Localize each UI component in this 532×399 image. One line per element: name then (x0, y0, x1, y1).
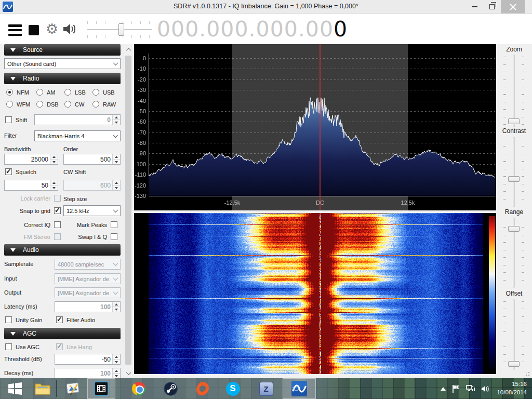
filter-dropdown[interactable]: Blackman-Harris 4 (34, 130, 121, 141)
spin-up-icon[interactable] (50, 180, 58, 185)
taskbar-clock[interactable]: 15:16 10/08/2014 (488, 380, 530, 397)
action-center-button[interactable] (449, 384, 463, 393)
network-button[interactable] (463, 384, 478, 393)
radio-button[interactable] (6, 101, 13, 108)
settings-gear-button[interactable]: ⚙ (44, 20, 60, 38)
tray-expand-button[interactable] (437, 387, 449, 391)
snap-to-grid-row[interactable]: Snap to grid (20, 207, 61, 214)
audio-panel-header[interactable]: Audio (4, 244, 121, 256)
radio-button[interactable] (36, 101, 43, 108)
taskbar-zadig[interactable]: Z (252, 378, 280, 399)
shift-checkbox[interactable] (5, 116, 12, 123)
decay-spinner[interactable]: 100 (55, 368, 121, 378)
sidebar-scrollbar[interactable] (124, 44, 132, 378)
radio-button[interactable] (92, 101, 99, 108)
scroll-up-icon[interactable] (124, 45, 132, 54)
mode-option-lsb[interactable]: LSB (64, 89, 86, 96)
spin-up-icon[interactable] (113, 115, 120, 119)
volume-slider[interactable] (87, 21, 152, 38)
source-device-dropdown[interactable]: Other (Sound card) (4, 58, 121, 69)
taskbar-file-explorer[interactable] (30, 378, 55, 399)
mode-option-wfm[interactable]: WFM (6, 101, 30, 108)
offset-slider[interactable] (503, 299, 524, 370)
correct-iq-row[interactable]: Correct IQ (24, 221, 61, 228)
bandwidth-spinner[interactable]: 25000 (4, 154, 58, 165)
squelch-checkbox[interactable] (5, 168, 12, 175)
use-agc-row[interactable]: Use AGC (5, 343, 39, 350)
mark-peaks-checkbox[interactable] (111, 221, 117, 228)
offset-slider-thumb[interactable] (508, 361, 520, 367)
spin-up-icon[interactable] (113, 302, 120, 307)
squelch-checkbox-row[interactable]: Squelch (5, 168, 36, 175)
radio-button[interactable] (64, 101, 71, 108)
mark-peaks-row[interactable]: Mark Peaks (77, 221, 117, 228)
waterfall-display[interactable] (134, 213, 496, 374)
spectrum-canvas[interactable] (134, 44, 496, 210)
audio-mute-button[interactable] (62, 22, 79, 37)
snap-to-grid-checkbox[interactable] (54, 207, 61, 214)
taskbar-steam[interactable] (157, 378, 184, 399)
scrollbar-thumb[interactable] (125, 56, 131, 365)
spin-down-icon[interactable] (113, 307, 120, 312)
radio-button[interactable] (36, 89, 43, 96)
filter-audio-checkbox[interactable] (56, 316, 63, 323)
mode-option-dsb[interactable]: DSB (36, 101, 59, 108)
contrast-slider[interactable] (503, 137, 524, 207)
spin-up-icon[interactable] (113, 154, 120, 159)
frequency-display[interactable]: 000.000.000.000 (157, 15, 348, 43)
close-button[interactable] (501, 0, 525, 14)
spin-up-icon[interactable] (113, 368, 120, 373)
use-agc-checkbox[interactable] (5, 343, 12, 350)
latency-spinner[interactable]: 100 (55, 301, 121, 312)
swap-iq-checkbox[interactable] (111, 233, 117, 240)
waterfall-canvas[interactable] (134, 213, 496, 374)
spin-up-icon[interactable] (50, 154, 58, 159)
restore-button[interactable] (484, 0, 500, 14)
volume-thumb[interactable] (118, 23, 124, 36)
frequency-digits[interactable]: 000.000.000.00 (157, 17, 334, 42)
taskbar-image-editor[interactable] (60, 378, 86, 399)
contrast-slider-thumb[interactable] (508, 176, 520, 182)
radio-button[interactable] (64, 89, 71, 96)
zoom-slider-thumb[interactable] (508, 118, 520, 124)
mode-option-am[interactable]: AM (36, 89, 56, 96)
spin-down-icon[interactable] (50, 159, 58, 164)
order-spinner[interactable]: 500 (63, 154, 121, 165)
taskbar-chrome[interactable] (125, 378, 153, 399)
scroll-down-icon[interactable] (124, 369, 132, 377)
taskbar-video-editor[interactable] (87, 378, 115, 399)
spin-down-icon[interactable] (50, 185, 58, 190)
mode-option-raw[interactable]: RAW (92, 101, 116, 108)
spin-up-icon[interactable] (113, 354, 120, 359)
squelch-spinner[interactable]: 50 (4, 180, 58, 191)
shift-spinner[interactable]: 0 (34, 114, 121, 125)
swap-iq-row[interactable]: Swap I & Q (78, 233, 117, 240)
source-panel-header[interactable]: Source (4, 44, 121, 56)
radio-panel-header[interactable]: Radio (4, 73, 121, 84)
stop-button[interactable] (29, 25, 39, 35)
spin-down-icon[interactable] (113, 359, 120, 364)
range-slider[interactable] (503, 218, 524, 288)
spin-down-icon[interactable] (113, 119, 120, 125)
zoom-slider[interactable] (503, 55, 524, 127)
spectrum-analyzer[interactable] (134, 44, 496, 210)
mode-option-cw[interactable]: CW (64, 101, 84, 108)
taskbar-skype[interactable]: S (219, 378, 246, 399)
spin-down-icon[interactable] (113, 159, 120, 164)
correct-iq-checkbox[interactable] (54, 221, 61, 228)
start-button[interactable] (0, 378, 30, 399)
unity-gain-row[interactable]: Unity Gain (5, 316, 42, 323)
taskbar-origin[interactable] (189, 378, 216, 399)
minimize-button[interactable] (467, 0, 482, 14)
mode-option-usb[interactable]: USB (92, 89, 115, 96)
mode-option-nfm[interactable]: NFM (6, 89, 29, 96)
shift-checkbox-row[interactable]: Shift (5, 116, 27, 123)
menu-button[interactable] (8, 24, 22, 36)
frequency-active-digit[interactable]: 0 (334, 17, 348, 42)
threshold-spinner[interactable]: -50 (55, 354, 121, 365)
unity-gain-checkbox[interactable] (5, 316, 12, 323)
range-slider-thumb[interactable] (508, 226, 520, 232)
radio-button[interactable] (92, 89, 99, 96)
radio-button[interactable] (6, 89, 13, 96)
agc-panel-header[interactable]: AGC (4, 328, 121, 339)
